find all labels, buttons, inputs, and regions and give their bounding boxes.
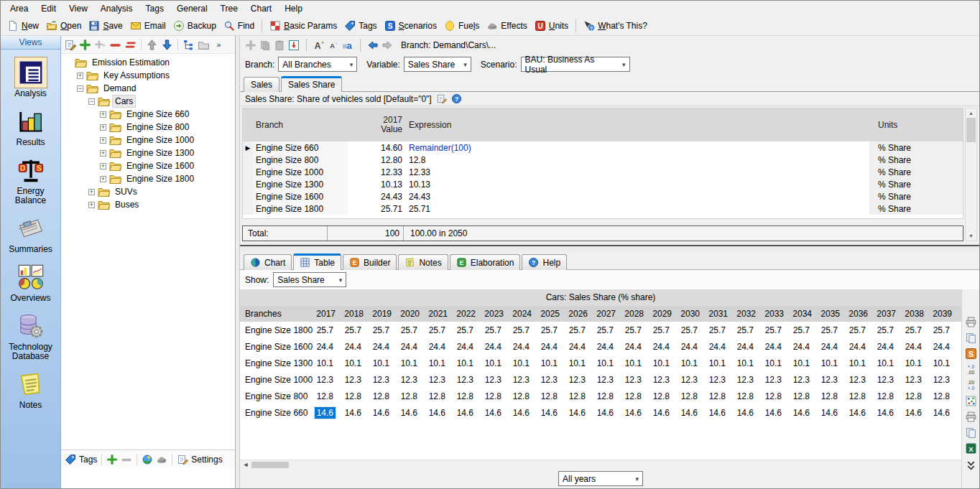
effects-gray-icon[interactable]: [156, 454, 167, 465]
results-value-cell[interactable]: 12.3: [762, 375, 790, 385]
arrow-up-gray-icon[interactable]: [146, 39, 158, 51]
results-value-cell[interactable]: 24.4: [734, 342, 762, 352]
tab-sales-share[interactable]: Sales Share: [281, 76, 342, 92]
tab-sales[interactable]: Sales: [244, 77, 279, 92]
expression-value-cell[interactable]: 12.80: [348, 154, 402, 166]
results-value-cell[interactable]: 24.4: [313, 342, 341, 352]
expression-formula-cell[interactable]: Remainder(100): [402, 141, 869, 154]
column-header-year[interactable]: 2034: [790, 309, 818, 319]
results-value-cell[interactable]: 25.7: [453, 325, 481, 335]
menu-tags[interactable]: Tags: [139, 1, 170, 17]
show-selector[interactable]: Sales Share ▾: [273, 272, 346, 287]
results-value-cell[interactable]: 25.7: [790, 325, 818, 335]
results-value-cell[interactable]: 12.8: [930, 391, 958, 401]
results-value-cell[interactable]: 12.8: [846, 391, 874, 401]
results-value-cell[interactable]: 14.6: [650, 408, 678, 418]
tree-expander-icon[interactable]: +: [77, 73, 83, 79]
year-filter-selector[interactable]: All years ▾: [558, 471, 643, 486]
results-value-cell[interactable]: 12.3: [706, 375, 734, 385]
results-value-cell[interactable]: 10.1: [621, 358, 650, 368]
column-header-year[interactable]: 2032: [734, 309, 762, 319]
results-value-cell[interactable]: 25.7: [369, 325, 397, 335]
results-value-cell[interactable]: 14.6: [902, 408, 930, 418]
sidebar-item-analysis[interactable]: Analysis: [1, 57, 60, 98]
results-value-cell[interactable]: 25.7: [930, 325, 958, 335]
results-value-cell[interactable]: 24.4: [369, 342, 397, 352]
results-value-cell[interactable]: 25.7: [593, 325, 621, 335]
column-header-year[interactable]: 2036: [846, 309, 874, 319]
tab-builder[interactable]: EBuilder: [343, 254, 397, 270]
arrow-down-blue-icon[interactable]: [161, 39, 173, 51]
results-value-cell[interactable]: 10.1: [678, 358, 706, 368]
results-value-cell[interactable]: 10.1: [790, 358, 818, 368]
menu-help[interactable]: Help: [278, 1, 309, 17]
results-value-cell[interactable]: 12.3: [790, 375, 818, 385]
tree-expander-icon[interactable]: +: [100, 176, 106, 182]
results-value-cell[interactable]: 10.1: [509, 358, 537, 368]
results-value-cell[interactable]: 24.4: [425, 342, 453, 352]
results-value-cell[interactable]: 25.7: [341, 325, 369, 335]
results-value-cell[interactable]: 12.3: [902, 375, 930, 385]
results-value-cell[interactable]: 10.1: [565, 358, 593, 368]
results-value-cell[interactable]: 10.1: [369, 358, 397, 368]
results-value-cell[interactable]: 24.4: [678, 342, 706, 352]
results-value-cell[interactable]: 10.1: [930, 358, 958, 368]
results-value-cell[interactable]: 25.7: [481, 325, 509, 335]
expression-formula-cell[interactable]: 25.71: [402, 202, 869, 215]
expression-units-cell[interactable]: % Share: [869, 143, 963, 153]
sidebar-item-results[interactable]: Results: [1, 106, 60, 147]
results-value-cell[interactable]: 12.8: [621, 391, 650, 401]
results-value-cell[interactable]: 25.7: [650, 325, 678, 335]
results-value-cell[interactable]: 12.8: [565, 391, 593, 401]
results-value-cell[interactable]: 25.7: [509, 325, 537, 335]
tab-table[interactable]: Table: [293, 253, 341, 270]
tree-node-suvs[interactable]: +SUVs: [64, 185, 235, 198]
results-value-cell[interactable]: 12.8: [481, 391, 509, 401]
expression-units-cell[interactable]: % Share: [869, 167, 963, 177]
results-value-cell[interactable]: 12.8: [790, 391, 818, 401]
results-value-cell[interactable]: 12.8: [369, 391, 397, 401]
results-value-cell[interactable]: 12.8: [902, 391, 930, 401]
column-header-year[interactable]: 2022: [453, 309, 481, 319]
menu-area[interactable]: Area: [4, 1, 34, 17]
results-value-cell[interactable]: 24.4: [650, 342, 678, 352]
results-value-cell[interactable]: 12.3: [369, 375, 397, 385]
menu-chart[interactable]: Chart: [244, 1, 278, 17]
results-value-cell[interactable]: 25.7: [706, 325, 734, 335]
results-value-cell[interactable]: 12.3: [846, 375, 874, 385]
results-value-cell[interactable]: 24.4: [565, 342, 593, 352]
copy-strip-icon[interactable]: [965, 332, 977, 344]
results-value-cell[interactable]: 24.4: [481, 342, 509, 352]
tab-chart[interactable]: Chart: [244, 254, 292, 270]
folder-gray-icon[interactable]: [198, 39, 210, 51]
results-value-cell[interactable]: 12.3: [509, 375, 537, 385]
column-header-year[interactable]: 2030: [678, 309, 706, 319]
globe-icon[interactable]: [142, 454, 153, 465]
results-value-cell[interactable]: 25.7: [902, 325, 930, 335]
column-header-year[interactable]: 2033: [762, 309, 790, 319]
column-header-year[interactable]: 2027: [593, 309, 621, 319]
results-value-cell[interactable]: 12.3: [593, 375, 621, 385]
dec-inc-strip-icon[interactable]: +.0.00: [965, 363, 977, 376]
column-header-year[interactable]: 2023: [481, 309, 509, 319]
dec-dec-strip-icon[interactable]: .00+.0: [965, 379, 977, 391]
column-header-value[interactable]: 2017 Value: [348, 116, 402, 134]
results-value-cell[interactable]: 25.7: [874, 325, 902, 335]
font-inc-icon[interactable]: A+: [313, 39, 325, 51]
results-value-cell[interactable]: 14.6: [313, 408, 341, 418]
tree-expander-icon[interactable]: +: [100, 163, 106, 169]
tree-expander-icon[interactable]: −: [77, 85, 83, 92]
expression-units-cell[interactable]: % Share: [869, 155, 963, 165]
tree-expander-icon[interactable]: +: [88, 202, 95, 208]
results-value-cell[interactable]: 25.7: [565, 325, 593, 335]
results-value-cell[interactable]: 12.8: [313, 391, 341, 401]
results-value-cell[interactable]: 24.4: [453, 342, 481, 352]
tree-node-demand[interactable]: −Demand: [64, 82, 235, 95]
results-value-cell[interactable]: 14.6: [818, 408, 846, 418]
tree-expander-icon[interactable]: −: [88, 98, 95, 105]
tab-help[interactable]: ?Help: [522, 254, 567, 270]
results-value-cell[interactable]: 14.6: [509, 408, 537, 418]
column-header-year[interactable]: 2037: [874, 309, 902, 319]
results-value-cell[interactable]: 10.1: [537, 358, 565, 368]
results-value-cell[interactable]: 14.6: [846, 408, 874, 418]
